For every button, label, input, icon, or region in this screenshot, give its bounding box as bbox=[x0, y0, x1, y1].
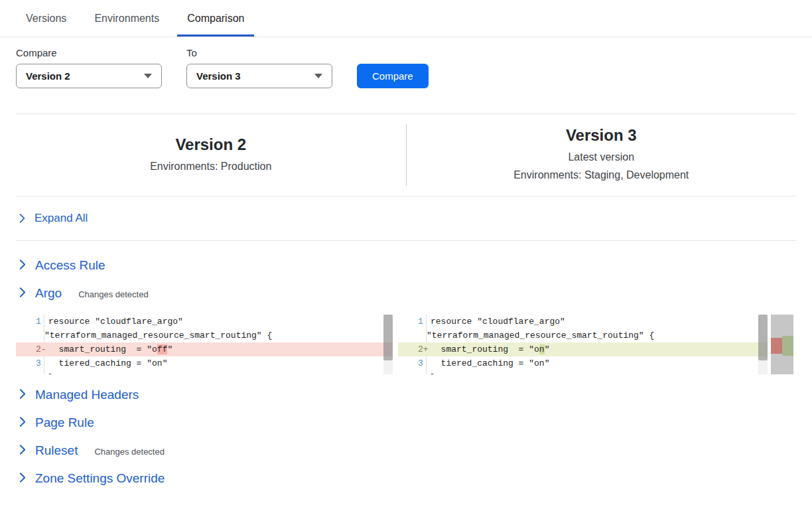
line-number bbox=[16, 370, 44, 374]
code-text: smart_routing = "off" bbox=[44, 342, 172, 356]
code-text: resource "cloudflare_argo" bbox=[427, 315, 565, 329]
compare-button[interactable]: Compare bbox=[357, 64, 429, 88]
tab-environments[interactable]: Environments bbox=[84, 0, 169, 37]
chevron-right-icon bbox=[19, 473, 27, 483]
minimap-deletion-marker bbox=[771, 338, 782, 354]
chevron-right-icon bbox=[19, 214, 26, 223]
code-text: } bbox=[427, 370, 436, 374]
line-number: 3 bbox=[16, 356, 44, 370]
chevron-right-icon bbox=[19, 389, 27, 399]
minimap-addition-marker bbox=[782, 336, 793, 356]
right-version-environments: Environments: Staging, Development bbox=[407, 166, 797, 184]
chevron-right-icon bbox=[19, 417, 27, 427]
compare-from-field: Compare Version 2 bbox=[16, 47, 162, 88]
section-title: Page Rule bbox=[35, 415, 94, 430]
expand-all-button[interactable]: Expand All bbox=[16, 196, 796, 241]
code-text: tiered_caching = "on" bbox=[427, 356, 549, 370]
changes-detected-badge: Changes detected bbox=[94, 447, 165, 457]
left-version-title: Version 2 bbox=[16, 135, 406, 154]
compare-to-value: Version 3 bbox=[196, 70, 241, 82]
tab-bar: Versions Environments Comparison bbox=[0, 0, 812, 37]
tab-versions[interactable]: Versions bbox=[16, 0, 76, 37]
added-word-highlight: n bbox=[539, 344, 545, 354]
section-page-rule[interactable]: Page Rule bbox=[16, 402, 796, 430]
code-line: 1 resource "cloudflare_argo" bbox=[398, 315, 768, 329]
section-title: Argo bbox=[35, 286, 62, 301]
expand-all-label: Expand All bbox=[34, 212, 88, 225]
code-text: resource "cloudflare_argo" bbox=[44, 315, 183, 329]
line-number: 2- bbox=[16, 342, 44, 356]
argo-diff: 1 resource "cloudflare_argo" "terraform_… bbox=[16, 315, 793, 374]
code-line: } bbox=[398, 370, 768, 374]
version-header-right: Version 3 Latest version Environments: S… bbox=[407, 126, 797, 184]
compare-from-label: Compare bbox=[16, 47, 162, 58]
section-title: Zone Settings Override bbox=[35, 471, 165, 486]
section-title: Managed Headers bbox=[35, 388, 139, 402]
line-number: 2+ bbox=[398, 342, 427, 356]
compare-to-label: To bbox=[186, 47, 332, 58]
section-list: Access Rule Argo Changes detected 1 reso… bbox=[0, 241, 812, 499]
line-number: 1 bbox=[398, 315, 427, 329]
code-line: "terraform_managed_resource_smart_routin… bbox=[16, 329, 393, 342]
section-managed-headers[interactable]: Managed Headers bbox=[16, 374, 796, 402]
section-ruleset[interactable]: Ruleset Changes detected bbox=[16, 430, 796, 458]
chevron-down-icon bbox=[314, 74, 322, 78]
code-line-deleted: 2- smart_routing = "off" bbox=[16, 342, 393, 356]
compare-from-value: Version 2 bbox=[26, 70, 70, 82]
code-line: } bbox=[16, 370, 393, 374]
code-text: "terraform_managed_resource_smart_routin… bbox=[427, 329, 654, 342]
code-line: 3 tiered_caching = "on" bbox=[398, 356, 768, 370]
code-line-added: 2+ smart_routing = "on" bbox=[398, 342, 768, 356]
code-line: "terraform_managed_resource_smart_routin… bbox=[398, 329, 768, 342]
chevron-right-icon bbox=[19, 260, 27, 269]
chevron-right-icon bbox=[19, 445, 27, 455]
section-argo[interactable]: Argo Changes detected bbox=[16, 273, 796, 301]
diff-right-panel[interactable]: 1 resource "cloudflare_argo" "terraform_… bbox=[398, 315, 768, 374]
code-line: 3 tiered_caching = "on" bbox=[16, 356, 393, 370]
code-text: tiered_caching = "on" bbox=[44, 356, 167, 370]
deleted-word-highlight: ff bbox=[157, 344, 168, 354]
version-header-left: Version 2 Environments: Production bbox=[16, 135, 406, 175]
section-title: Access Rule bbox=[35, 258, 105, 273]
section-title: Ruleset bbox=[35, 443, 78, 458]
line-number: 3 bbox=[398, 356, 427, 370]
compare-from-select[interactable]: Version 2 bbox=[16, 64, 162, 88]
code-text: smart_routing = "on" bbox=[427, 342, 549, 356]
compare-form: Compare Version 2 To Version 3 Compare bbox=[0, 37, 812, 88]
tab-comparison[interactable]: Comparison bbox=[177, 0, 254, 37]
line-number: 1 bbox=[16, 315, 44, 329]
changes-detected-badge: Changes detected bbox=[78, 289, 149, 299]
right-version-subtitle: Latest version bbox=[407, 148, 797, 166]
section-zone-settings-override[interactable]: Zone Settings Override bbox=[16, 458, 796, 486]
scrollbar-thumb[interactable] bbox=[383, 315, 393, 360]
line-number bbox=[398, 370, 427, 374]
chevron-right-icon bbox=[19, 287, 27, 297]
left-version-environments: Environments: Production bbox=[16, 157, 406, 175]
code-text: } bbox=[44, 370, 54, 374]
section-access-rule[interactable]: Access Rule bbox=[16, 241, 796, 273]
version-headers: Version 2 Environments: Production Versi… bbox=[16, 113, 796, 196]
chevron-down-icon bbox=[144, 74, 152, 78]
scrollbar-thumb[interactable] bbox=[758, 315, 768, 360]
diff-left-panel[interactable]: 1 resource "cloudflare_argo" "terraform_… bbox=[16, 315, 393, 374]
code-text: "terraform_managed_resource_smart_routin… bbox=[44, 329, 272, 342]
code-line: 1 resource "cloudflare_argo" bbox=[16, 315, 393, 329]
right-version-title: Version 3 bbox=[407, 126, 797, 145]
diff-minimap[interactable] bbox=[771, 315, 793, 374]
line-number bbox=[398, 329, 427, 342]
compare-to-field: To Version 3 bbox=[186, 47, 332, 88]
line-number bbox=[16, 329, 44, 342]
compare-to-select[interactable]: Version 3 bbox=[186, 64, 332, 88]
